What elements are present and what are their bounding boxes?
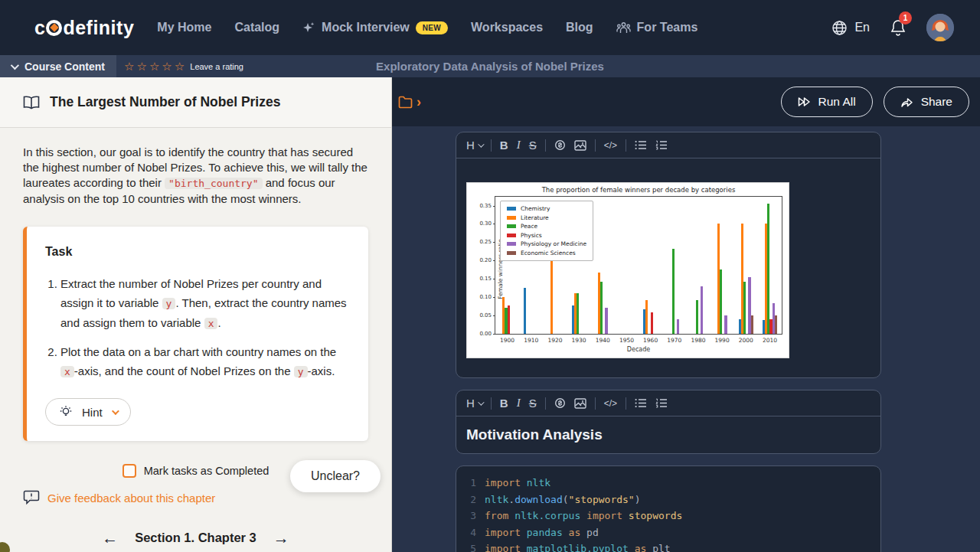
inline-code: x (60, 366, 74, 377)
chart-bar (605, 308, 607, 334)
bold-button[interactable]: B (500, 397, 508, 410)
app-window: cdefinity My Home Catalog Mock Interview… (0, 0, 980, 552)
mark-completed-checkbox[interactable] (122, 464, 136, 478)
code-button[interactable]: </> (604, 398, 617, 409)
code-cell[interactable]: 1import nltk2nltk.download("stopwords")3… (456, 465, 881, 552)
chart-bar (550, 260, 553, 334)
run-all-button[interactable]: Run All (781, 87, 873, 117)
course-content-toggle[interactable]: Course Content (0, 55, 116, 77)
task-list: Extract the number of Nobel Prizes per c… (60, 274, 350, 381)
course-bar: Course Content ☆☆☆☆☆ Leave a rating Expl… (0, 55, 980, 77)
chart-xlabel: Decade (495, 346, 782, 353)
heading-label: H (466, 397, 475, 410)
star-icon[interactable]: ☆ (175, 60, 187, 73)
lesson-header: The Largest Number of Nobel Prizes (0, 77, 391, 128)
task-title: Task (45, 245, 350, 259)
bullet-list-button[interactable] (635, 140, 647, 150)
hint-label: Hint (82, 406, 103, 419)
code-line[interactable]: 1import nltk (456, 475, 880, 492)
markdown-cell-body[interactable]: Motivation Analysis (456, 416, 880, 453)
codefinity-logo[interactable]: cdefinity (34, 17, 134, 39)
file-tree-toggle[interactable]: › (398, 94, 421, 110)
nav-label: Workspaces (471, 21, 543, 34)
chart-bar-group: 1990 (710, 197, 734, 334)
star-icon[interactable]: ☆ (124, 60, 136, 73)
prev-chapter-button[interactable]: ← (102, 530, 118, 546)
toolbar-divider (626, 139, 626, 152)
inline-code: y (162, 298, 176, 309)
numbered-list-button[interactable] (655, 398, 668, 408)
star-icon[interactable]: ☆ (136, 60, 149, 73)
bulb-icon (59, 405, 73, 419)
top-navbar: cdefinity My Home Catalog Mock Interview… (0, 0, 980, 55)
share-icon (900, 96, 913, 108)
chart-bar-group: 1980 (686, 197, 710, 334)
star-icon[interactable]: ☆ (149, 60, 162, 73)
markdown-heading: Motivation Analysis (466, 426, 871, 443)
avatar[interactable] (926, 14, 954, 41)
chevron-down-icon (112, 407, 119, 415)
link-button[interactable] (554, 397, 566, 409)
bold-button[interactable]: B (500, 139, 508, 152)
new-badge: NEW (416, 21, 448, 34)
nav-label: Catalog (234, 21, 279, 34)
inline-code: x (204, 318, 218, 329)
strikethrough-button[interactable]: S (529, 139, 537, 152)
chapter-title: The Largest Number of Nobel Prizes (50, 94, 280, 110)
nav-item-workspaces[interactable]: Workspaces (471, 21, 543, 34)
folder-icon (398, 96, 413, 109)
nav-item-my-home[interactable]: My Home (157, 21, 211, 34)
chart-plot-area: 0.000.050.100.150.200.250.300.35Female w… (495, 196, 782, 335)
language-selector[interactable]: En (831, 20, 870, 36)
link-button[interactable] (554, 139, 566, 151)
next-chapter-button[interactable]: → (273, 530, 289, 546)
notification-badge: 1 (899, 11, 912, 24)
heading-button[interactable]: H (466, 139, 482, 152)
bullet-list-button[interactable] (635, 398, 647, 408)
intro-paragraph: In this section, our goal is to identify… (23, 145, 368, 207)
share-button[interactable]: Share (884, 87, 969, 117)
italic-button[interactable]: I (517, 139, 521, 152)
hint-button[interactable]: Hint (45, 398, 131, 426)
chart-bar (720, 269, 722, 334)
chart-bar (724, 315, 727, 334)
chart-bar (743, 282, 746, 334)
unclear-button[interactable]: Unclear? (290, 460, 381, 492)
strikethrough-button[interactable]: S (529, 397, 537, 410)
code-line[interactable]: 5import matplotlib.pyplot as plt (456, 541, 880, 552)
nav-item-catalog[interactable]: Catalog (234, 21, 279, 34)
course-title: Exploratory Data Analysis of Nobel Prize… (376, 60, 604, 73)
star-icon[interactable]: ☆ (162, 60, 174, 73)
toolbar-divider (545, 397, 546, 410)
toolbar-divider (491, 397, 492, 410)
image-button[interactable] (574, 140, 586, 151)
chart-bar (577, 293, 579, 334)
chart-bar (751, 315, 753, 334)
code-line[interactable]: 4import pandas as pd (456, 524, 880, 541)
chart-bar (696, 300, 698, 334)
rating-stars[interactable]: ☆☆☆☆☆ (124, 60, 187, 73)
nav-item-for-teams[interactable]: For Teams (616, 21, 698, 34)
chart-bar-group: 1960 (639, 197, 662, 334)
line-number: 1 (456, 475, 476, 492)
chart-bar (651, 312, 653, 334)
chart-bar-group: 1940 (591, 197, 615, 334)
chart-legend: ChemistryLiteraturePeacePhysicsPhysiolog… (500, 201, 593, 261)
chevron-down-icon (11, 60, 19, 69)
code-line[interactable]: 2nltk.download("stopwords") (456, 492, 880, 508)
numbered-list-button[interactable] (655, 140, 668, 150)
heading-button[interactable]: H (466, 397, 482, 410)
logo-o-icon (46, 20, 62, 36)
italic-button[interactable]: I (517, 397, 521, 410)
code-button[interactable]: </> (604, 140, 617, 151)
logo-text-suffix: definity (63, 17, 134, 39)
task-item: Plot the data on a bar chart with countr… (60, 342, 350, 381)
notifications-button[interactable]: 1 (890, 18, 906, 37)
nav-item-mock-interview[interactable]: Mock Interview NEW (302, 21, 448, 34)
nav-item-blog[interactable]: Blog (566, 21, 593, 34)
image-button[interactable] (574, 398, 586, 409)
feedback-link[interactable]: Give feedback about this chapter (47, 492, 215, 505)
code-line[interactable]: 3from nltk.corpus import stopwords (456, 508, 880, 524)
line-number: 5 (456, 541, 476, 552)
chapter-navigation: ← Section 1. Chapter 3 → (23, 530, 368, 546)
